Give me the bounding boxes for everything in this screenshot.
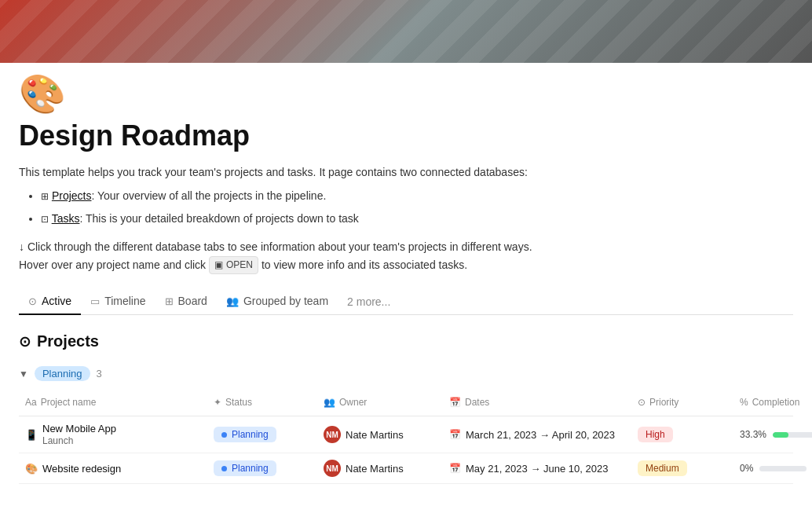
description-item-tasks: ⊡ Tasks: This is your detailed breakdown… <box>41 210 793 227</box>
priority-badge: Medium <box>638 460 687 476</box>
project-name-sub: Launch <box>42 435 116 446</box>
description-intro: This template helps you track your team'… <box>19 163 793 181</box>
col-header-status: ✦ Status <box>207 394 317 411</box>
status-badge: Planning <box>214 427 276 442</box>
owner-name: Nate Martins <box>346 463 404 475</box>
completion-cell: 33.3% <box>740 429 812 440</box>
projects-link[interactable]: Projects <box>52 189 92 202</box>
page-icon: 🎨 <box>19 72 812 116</box>
section-header: ⊙ Projects <box>19 332 793 350</box>
progress-bar <box>773 432 812 438</box>
tasks-link[interactable]: Tasks <box>52 212 80 225</box>
instructions: ↓ Click through the different database t… <box>19 238 793 274</box>
projects-desc: : Your overview of all the projects in t… <box>91 189 326 202</box>
board-tab-icon: ⊞ <box>165 295 174 307</box>
col-header-owner: 👥 Owner <box>317 394 443 411</box>
grouped-tab-icon: 👥 <box>226 295 239 307</box>
cell-priority: Medium <box>631 454 733 482</box>
active-tab-label: Active <box>42 295 71 307</box>
section-title-text: Projects <box>37 332 99 350</box>
col-header-priority: ⊙ Priority <box>631 394 733 411</box>
status-badge: Planning <box>214 460 276 476</box>
progress-fill <box>773 432 788 438</box>
description-item-projects: ⊞ Projects: Your overview of all the pro… <box>41 187 793 204</box>
col-completion-icon: % <box>740 397 748 408</box>
status-dot <box>221 466 227 471</box>
cell-dates: 📅 March 21, 2023 → April 20, 2023 <box>443 423 631 447</box>
group-badge: Planning <box>35 366 90 381</box>
table-header: Aa Project name ✦ Status 👥 Owner 📅 Dates… <box>19 389 793 416</box>
more-tabs[interactable]: 2 more... <box>338 289 400 314</box>
timeline-tab-label: Timeline <box>104 295 145 307</box>
col-status-label: Status <box>225 397 252 408</box>
board-tab-label: Board <box>178 295 207 307</box>
status-dot <box>221 432 227 438</box>
col-owner-label: Owner <box>339 397 367 408</box>
col-header-dates: 📅 Dates <box>443 394 631 411</box>
col-dates-icon: 📅 <box>449 397 461 408</box>
col-owner-icon: 👥 <box>324 397 335 408</box>
project-row-icon: 🎨 <box>25 463 38 475</box>
avatar: NM <box>324 460 341 477</box>
project-name-text: New Mobile App <box>42 423 116 434</box>
cell-status: Planning <box>207 420 317 449</box>
tab-timeline[interactable]: ▭ Timeline <box>81 288 155 315</box>
date-range: May 21, 2023 → June 10, 2023 <box>466 463 608 475</box>
col-completion-label: Completion <box>752 397 800 408</box>
cell-completion: 0% <box>733 456 812 480</box>
cell-status: Planning <box>207 454 317 482</box>
cell-dates: 📅 May 21, 2023 → June 10, 2023 <box>443 456 631 481</box>
progress-bar <box>759 466 807 471</box>
group-header: ▼ Planning 3 <box>19 361 793 386</box>
table-row[interactable]: 🎨 Website redesign Planning NM Nate Mart… <box>19 453 793 484</box>
priority-badge: High <box>638 427 673 442</box>
col-header-completion: % Completion <box>733 394 812 411</box>
tab-active[interactable]: ⊙ Active <box>19 288 81 315</box>
open-button-inline: ▣ OPEN <box>209 256 258 274</box>
timeline-tab-icon: ▭ <box>90 295 100 307</box>
avatar: NM <box>324 426 341 443</box>
tabs-bar: ⊙ Active ▭ Timeline ⊞ Board 👥 Grouped by… <box>19 288 793 315</box>
completion-percent: 33.3% <box>740 429 766 440</box>
header-banner <box>0 0 812 63</box>
completion-percent: 0% <box>740 463 753 474</box>
cell-completion: 33.3% <box>733 423 812 446</box>
col-priority-icon: ⊙ <box>638 397 646 408</box>
owner-name: Nate Martins <box>346 429 404 441</box>
completion-cell: 0% <box>740 463 807 474</box>
grouped-tab-label: Grouped by team <box>243 295 328 307</box>
col-header-name: Aa Project name <box>19 394 207 411</box>
group-count: 3 <box>97 368 102 380</box>
page-title: Design Roadmap <box>19 119 793 152</box>
col-dates-label: Dates <box>465 397 489 408</box>
cell-owner: NM Nate Martins <box>317 420 443 449</box>
col-priority-label: Priority <box>649 397 678 408</box>
calendar-icon: 📅 <box>449 463 461 474</box>
table-body: 📱 New Mobile App Launch Planning NM Nate… <box>19 416 793 484</box>
cell-priority: High <box>631 420 733 449</box>
project-name-text: Website redesign <box>42 463 121 475</box>
tab-grouped[interactable]: 👥 Grouped by team <box>217 288 338 315</box>
col-status-icon: ✦ <box>214 397 221 408</box>
section-icon: ⊙ <box>19 333 31 350</box>
active-tab-icon: ⊙ <box>28 295 37 307</box>
col-name-label: Project name <box>41 397 97 408</box>
cell-project-name: 🎨 Website redesign <box>19 456 207 481</box>
tab-board[interactable]: ⊞ Board <box>155 288 217 315</box>
cell-owner: NM Nate Martins <box>317 453 443 483</box>
project-row-icon: 📱 <box>25 429 38 441</box>
tasks-desc: : This is your detailed breakdown of pro… <box>79 212 358 225</box>
table-row[interactable]: 📱 New Mobile App Launch Planning NM Nate… <box>19 416 793 453</box>
date-range: March 21, 2023 → April 20, 2023 <box>466 429 615 441</box>
group-toggle-icon[interactable]: ▼ <box>19 368 28 380</box>
calendar-icon: 📅 <box>449 429 461 440</box>
cell-project-name: 📱 New Mobile App Launch <box>19 416 207 453</box>
col-name-icon: Aa <box>25 397 37 408</box>
